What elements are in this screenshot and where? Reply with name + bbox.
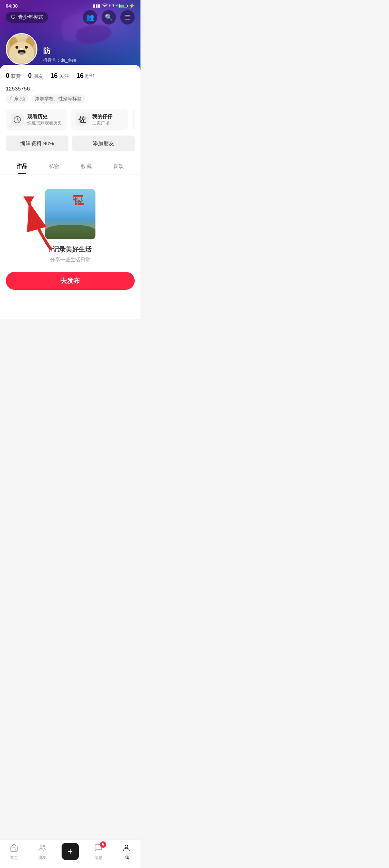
youth-mode-button[interactable]: 🛡 青少年模式 (6, 12, 48, 23)
stat-friends: 0 朋友 (28, 72, 43, 80)
following-count: 16 (50, 72, 58, 80)
content-card: 0 获赞 0 朋友 16 关注 16 粉丝 12535756 ... 广东·汕 … (0, 65, 140, 174)
user-id-row: 12535756 ... (6, 85, 135, 92)
add-friend-button[interactable]: 添加朋友 (72, 136, 135, 151)
my-friends-title: 我的仔仔 (92, 114, 112, 120)
likes-label: 获赞 (11, 73, 21, 80)
friends-label: 朋友 (33, 73, 43, 80)
stat-followers[interactable]: 16 粉丝 (76, 72, 95, 80)
avatar (7, 34, 36, 64)
status-bar: 04:38 ▮▮▮ 69% ⚡ (0, 0, 140, 10)
menu-button[interactable]: ☰ (120, 10, 135, 25)
menu-icon: ☰ (125, 13, 130, 21)
nav-right-icons: 👥 🔍 ☰ (83, 10, 135, 25)
youth-mode-label: 青少年模式 (18, 14, 43, 21)
stat-likes: 0 获赞 (6, 72, 21, 80)
likes-count: 0 (6, 72, 9, 80)
collections-card[interactable]: 收藏 查看收藏 (132, 109, 135, 130)
tab-likes[interactable]: 喜欢 (103, 159, 135, 174)
content-area: 🏗 #记录美好生活 分享一些生活日常 去发布 (0, 174, 140, 319)
friends-icon: 👥 (86, 13, 94, 21)
battery-percentage: 69 (109, 3, 114, 8)
watch-history-title: 观看历史 (27, 114, 62, 120)
tags-row: 广东·汕 添加学校、性别等标签 (6, 94, 135, 103)
status-time: 04:38 (6, 3, 18, 9)
sample-post-image: 🏗 (45, 189, 95, 239)
watch-history-icon (11, 113, 24, 126)
content-tabs: 作品 私密 收藏 喜欢 (0, 159, 140, 174)
post-subtitle: 分享一些生活日常 (50, 257, 90, 263)
user-id: 12535756 (6, 85, 30, 92)
my-friends-subtitle: 朋友广场 (92, 120, 112, 126)
watch-history-text: 观看历史 快速找到观看历史 (27, 114, 62, 126)
my-friends-icon: 佐 (76, 113, 89, 126)
profile-id: 抖音号：de_rkee (43, 57, 76, 63)
status-icons: ▮▮▮ 69% ⚡ (93, 3, 135, 9)
stat-following[interactable]: 16 关注 (50, 72, 69, 80)
my-friends-text: 我的仔仔 朋友广场 (92, 114, 112, 126)
profile-section: 防 抖音号：de_rkee (6, 33, 135, 65)
watch-history-card[interactable]: 观看历史 快速找到观看历史 (6, 109, 67, 130)
avatar-container (6, 33, 37, 65)
post-title: #记录美好生活 (49, 245, 91, 254)
following-label: 关注 (59, 73, 69, 80)
location-tag: 广东·汕 (6, 94, 28, 103)
profile-name: 防 (43, 46, 76, 56)
followers-count: 16 (76, 72, 84, 80)
youth-mode-icon: 🛡 (11, 14, 16, 20)
search-button[interactable]: 🔍 (102, 10, 116, 25)
followers-label: 粉丝 (85, 73, 95, 80)
battery-indicator: 69% (109, 3, 127, 8)
edit-profile-button[interactable]: 编辑资料 90% (6, 136, 68, 151)
friends-button[interactable]: 👥 (83, 10, 97, 25)
watch-history-subtitle: 快速找到观看历史 (27, 120, 62, 126)
my-friends-card[interactable]: 佐 我的仔仔 朋友广场 (71, 109, 128, 130)
sample-post-card[interactable]: 🏗 (45, 189, 95, 239)
action-buttons: 编辑资料 90% 添加朋友 (6, 136, 135, 151)
search-icon: 🔍 (105, 13, 113, 21)
wifi-icon (102, 3, 108, 9)
profile-info: 防 抖音号：de_rkee (43, 46, 76, 65)
publish-button[interactable]: 去发布 (6, 272, 135, 290)
tab-works[interactable]: 作品 (6, 159, 38, 174)
bottom-spacer (0, 319, 140, 347)
stats-row: 0 获赞 0 朋友 16 关注 16 粉丝 (6, 72, 135, 80)
tab-private[interactable]: 私密 (38, 159, 71, 174)
feature-cards-row: 观看历史 快速找到观看历史 佐 我的仔仔 朋友广场 收藏 查看收藏 (6, 109, 135, 130)
top-navigation: 🛡 青少年模式 👥 🔍 ☰ (0, 10, 140, 25)
signal-icon: ▮▮▮ (93, 3, 100, 8)
hero-section: 🛡 青少年模式 👥 🔍 ☰ (0, 0, 140, 72)
tab-collections[interactable]: 收藏 (70, 159, 103, 174)
flash-icon: ⚡ (129, 3, 135, 9)
add-tags-button[interactable]: 添加学校、性别等标签 (31, 94, 85, 103)
friends-count: 0 (28, 72, 32, 80)
